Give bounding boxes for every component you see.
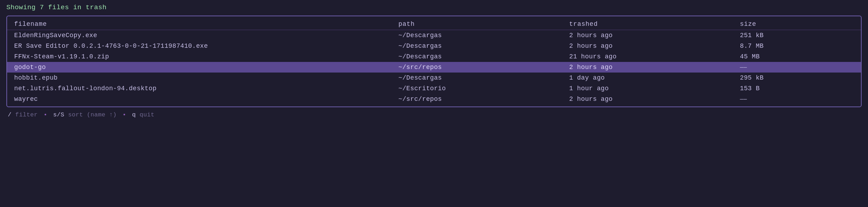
- header-line: Showing 7 files in trash: [6, 4, 862, 11]
- cell-trashed: 2 hours ago: [562, 41, 733, 51]
- cell-path: ~/Descargas: [391, 30, 562, 41]
- cell-trashed: 2 hours ago: [562, 30, 733, 41]
- filter-key[interactable]: /: [8, 111, 12, 118]
- table-row[interactable]: FFNx-Steam-v1.19.1.0.zip~/Descargas21 ho…: [7, 51, 861, 62]
- header-text: Showing 7 files in trash: [6, 4, 107, 11]
- table-row[interactable]: net.lutris.fallout-london-94.desktop~/Es…: [7, 83, 861, 94]
- cell-trashed: 1 day ago: [562, 73, 733, 83]
- quit-key[interactable]: q: [132, 111, 136, 118]
- quit-label: quit: [140, 111, 154, 118]
- table-row[interactable]: godot-go~/src/repos2 hours ago——: [7, 62, 861, 73]
- col-header-path: path: [391, 18, 562, 30]
- cell-filename: hobbit.epub: [7, 73, 391, 83]
- col-header-filename: filename: [7, 18, 391, 30]
- sep1: •: [44, 111, 47, 118]
- cell-path: ~/Descargas: [391, 73, 562, 83]
- cell-trashed: 2 hours ago: [562, 62, 733, 73]
- sort-detail: (name ↑): [87, 111, 117, 118]
- filter-label: filter: [15, 111, 38, 118]
- table-row[interactable]: ER Save Editor 0.0.2.1-4763-0-0-21-17119…: [7, 41, 861, 51]
- table-header-row: filename path trashed size: [7, 18, 861, 30]
- sep2: •: [123, 111, 126, 118]
- cell-filename: EldenRingSaveCopy.exe: [7, 30, 391, 41]
- cell-path: ~/src/repos: [391, 62, 562, 73]
- cell-size: 251 kB: [733, 30, 861, 41]
- cell-trashed: 1 hour ago: [562, 83, 733, 94]
- sort-label: sort: [68, 111, 87, 118]
- cell-size: ——: [733, 94, 861, 104]
- table-row[interactable]: EldenRingSaveCopy.exe~/Descargas2 hours …: [7, 30, 861, 41]
- cell-path: ~/Escritorio: [391, 83, 562, 94]
- files-table: filename path trashed size EldenRingSave…: [7, 18, 861, 104]
- cell-path: ~/src/repos: [391, 94, 562, 104]
- sort-key[interactable]: s/S: [53, 111, 64, 118]
- cell-trashed: 2 hours ago: [562, 94, 733, 104]
- cell-size: 45 MB: [733, 51, 861, 62]
- cell-filename: ER Save Editor 0.0.2.1-4763-0-0-21-17119…: [7, 41, 391, 51]
- footer-bar: / filter • s/S sort (name ↑) • q quit: [6, 111, 862, 118]
- cell-filename: FFNx-Steam-v1.19.1.0.zip: [7, 51, 391, 62]
- cell-filename: godot-go: [7, 62, 391, 73]
- cell-trashed: 21 hours ago: [562, 51, 733, 62]
- cell-size: 8.7 MB: [733, 41, 861, 51]
- table-container: filename path trashed size EldenRingSave…: [6, 16, 862, 107]
- cell-path: ~/Descargas: [391, 41, 562, 51]
- col-header-size: size: [733, 18, 861, 30]
- cell-size: 295 kB: [733, 73, 861, 83]
- table-row[interactable]: hobbit.epub~/Descargas1 day ago295 kB: [7, 73, 861, 83]
- cell-size: ——: [733, 62, 861, 73]
- cell-filename: wayrec: [7, 94, 391, 104]
- table-row[interactable]: wayrec~/src/repos2 hours ago——: [7, 94, 861, 104]
- cell-path: ~/Descargas: [391, 51, 562, 62]
- col-header-trashed: trashed: [562, 18, 733, 30]
- cell-filename: net.lutris.fallout-london-94.desktop: [7, 83, 391, 94]
- cell-size: 153 B: [733, 83, 861, 94]
